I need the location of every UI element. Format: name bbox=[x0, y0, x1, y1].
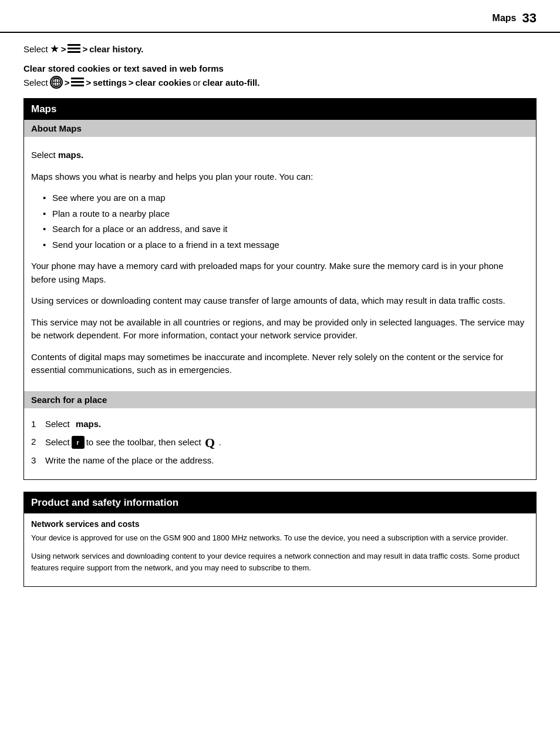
product-safety-content: Network services and costs Your device i… bbox=[24, 513, 536, 587]
search-place-content: 1 Select maps. 2 Select r to see the too… bbox=[24, 414, 536, 479]
svg-rect-8 bbox=[71, 81, 84, 83]
clear-history-line: Select ★ > > clear history. bbox=[23, 43, 537, 54]
step-number-3: 3 bbox=[31, 454, 45, 468]
page-header: Maps 33 bbox=[0, 0, 560, 33]
svg-rect-2 bbox=[68, 51, 80, 53]
step-3-text: Write the name of the place or the addre… bbox=[45, 454, 214, 468]
digital-maps-para: Contents of digital maps may sometimes b… bbox=[31, 351, 529, 377]
search-place-subsection: Search for a place 1 Select maps. 2 bbox=[24, 391, 536, 479]
list-item: Plan a route to a nearby place bbox=[43, 207, 529, 221]
gt-symbol-4: > bbox=[86, 78, 91, 88]
page-number: 33 bbox=[522, 11, 537, 26]
search-icon: Q bbox=[203, 435, 217, 449]
maps-keyword-1: maps. bbox=[58, 150, 83, 160]
about-maps-content: Select maps. Maps shows you what is near… bbox=[24, 143, 536, 391]
svg-rect-0 bbox=[68, 44, 80, 46]
intro-text: Maps shows you what is nearby and helps … bbox=[31, 170, 529, 184]
globe-icon bbox=[50, 76, 63, 89]
svg-rect-9 bbox=[71, 85, 84, 86]
list-item: Search for a place or an address, and sa… bbox=[43, 223, 529, 236]
clear-history-prefix: Select bbox=[23, 44, 48, 54]
list-item: See where you are on a map bbox=[43, 192, 529, 205]
star-icon: ★ bbox=[50, 43, 59, 54]
step1-prefix: Select bbox=[45, 418, 70, 431]
select-maps-line: Select maps. bbox=[31, 149, 529, 162]
list-item: 1 Select maps. bbox=[31, 418, 529, 431]
svg-rect-7 bbox=[71, 78, 84, 79]
maps-section-header: Maps bbox=[24, 99, 536, 120]
clear-history-suffix: clear history. bbox=[89, 44, 143, 54]
settings-text: settings bbox=[93, 78, 127, 88]
step1-keyword: maps. bbox=[76, 418, 101, 431]
step-number-1: 1 bbox=[31, 418, 45, 431]
list-item: Send your location or a place to a frien… bbox=[43, 239, 529, 252]
features-list: See where you are on a map Plan a route … bbox=[43, 192, 529, 251]
step2-middle: to see the toolbar, then select bbox=[86, 436, 201, 449]
menu-icon-1 bbox=[68, 44, 80, 53]
product-safety-section: Product and safety information Network s… bbox=[23, 492, 537, 587]
gt-symbol-1: > bbox=[61, 44, 66, 54]
search-place-header: Search for a place bbox=[24, 391, 536, 408]
step-number-2: 2 bbox=[31, 435, 45, 449]
memory-card-para: Your phone may have a memory card with p… bbox=[31, 260, 529, 286]
network-services-heading: Network services and costs bbox=[31, 519, 529, 529]
list-item: 3 Write the name of the place or the add… bbox=[31, 454, 529, 468]
menu-icon-2 bbox=[71, 78, 84, 87]
content-area: Select ★ > > clear history. Clear stored… bbox=[0, 43, 560, 616]
search-steps-list: 1 Select maps. 2 Select r to see the too… bbox=[31, 418, 529, 468]
maps-section: Maps About Maps Select maps. Maps shows … bbox=[23, 98, 537, 480]
header-title: Maps bbox=[492, 13, 517, 23]
list-item: 2 Select r to see the toolbar, then sele… bbox=[31, 435, 529, 449]
about-maps-header: About Maps bbox=[24, 120, 536, 137]
product-safety-header: Product and safety information bbox=[24, 492, 536, 513]
page-container: Maps 33 Select ★ > > clear history. Clea… bbox=[0, 0, 560, 739]
clear-stored-cookies: Clear stored cookies or text saved in we… bbox=[23, 63, 537, 89]
service-availability-para: This service may not be available in all… bbox=[31, 316, 529, 342]
step2-before: Select bbox=[45, 436, 70, 449]
step-1-text: Select maps. bbox=[45, 418, 101, 431]
step-2-text: Select r to see the toolbar, then select… bbox=[45, 435, 221, 449]
gt-symbol-5: > bbox=[129, 78, 134, 88]
network-services-para2: Using network services and downloading c… bbox=[31, 550, 529, 573]
cookies-heading: Clear stored cookies or text saved in we… bbox=[23, 63, 537, 73]
network-services-para1: Your device is approved for use on the G… bbox=[31, 532, 529, 544]
toolbar-icon: r bbox=[72, 436, 85, 449]
svg-rect-1 bbox=[68, 48, 80, 49]
data-traffic-para: Using services or downloading content ma… bbox=[31, 294, 529, 308]
clear-cookies-text: clear cookies bbox=[136, 78, 191, 88]
gt-symbol-2: > bbox=[82, 44, 87, 54]
cookies-line: Select > > bbox=[23, 76, 537, 89]
about-maps-subsection: About Maps Select maps. Maps shows you w… bbox=[24, 120, 536, 391]
gt-symbol-3: > bbox=[65, 78, 70, 88]
clear-autofill-text: clear auto-fill. bbox=[203, 78, 260, 88]
step2-end: . bbox=[219, 436, 221, 449]
or-text: or bbox=[193, 78, 201, 88]
cookies-select-prefix: Select bbox=[23, 78, 48, 88]
